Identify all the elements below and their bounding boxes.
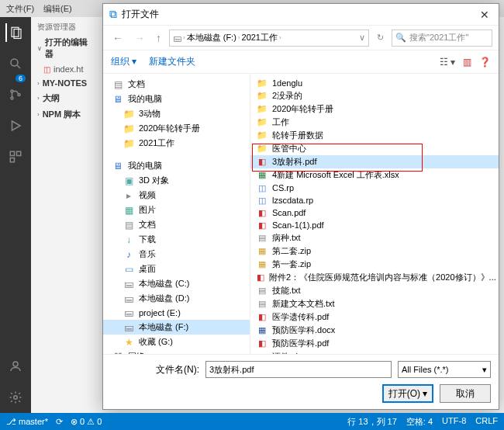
svg-marker-7 <box>12 121 21 130</box>
extensions-icon[interactable] <box>6 147 25 166</box>
file-item[interactable]: ▦预防医学科.docx <box>250 324 499 337</box>
tree-item[interactable]: 🖴本地磁盘 (C:) <box>103 276 250 291</box>
file-item[interactable]: ◧3放射科.pdf <box>250 155 499 168</box>
tree-item[interactable]: ↓下载 <box>103 232 250 247</box>
file-item[interactable]: 📁1denglu <box>250 77 499 89</box>
tree-item[interactable]: 📁2020年轮转手册 <box>103 121 250 136</box>
menu-edit[interactable]: 编辑(E) <box>43 3 72 15</box>
file-item[interactable]: ◧Scan-1(1).pdf <box>250 219 499 231</box>
back-icon[interactable]: ← <box>109 30 126 46</box>
side-panel: 资源管理器 ∨打开的编辑器 ◫index.ht ›MY-NOTES ›大纲 ›N… <box>31 17 101 413</box>
scm-badge: 6 <box>16 75 26 82</box>
file-item[interactable]: ◧附件2：《住院医师规范化培训内容与标准（2020修订）》... <box>250 271 499 284</box>
file-item[interactable]: 📁工作 <box>250 116 499 129</box>
search-glyph-icon: 🔍 <box>395 33 406 43</box>
file-filter[interactable]: All Files (*.*)▾ <box>398 361 491 378</box>
debug-icon[interactable] <box>6 116 25 135</box>
tree-item[interactable]: 🖴本地磁盘 (F:) <box>103 320 250 335</box>
tree-item[interactable]: 🖥我的电脑 <box>103 92 250 106</box>
tree-item[interactable]: 🖴本地磁盘 (D:) <box>103 291 250 306</box>
open-file[interactable]: ◫index.ht <box>31 62 101 76</box>
file-item[interactable]: ◧医学遗传科.pdf <box>250 310 499 324</box>
outline-section[interactable]: ›大纲 <box>31 90 101 106</box>
file-item[interactable]: 📁轮转手册数据 <box>250 129 499 142</box>
svg-point-11 <box>13 362 18 366</box>
settings-icon[interactable] <box>6 388 25 407</box>
up-icon[interactable]: ↑ <box>153 30 164 46</box>
tree-item[interactable]: ▤文档 <box>103 77 250 92</box>
svg-rect-9 <box>17 151 21 155</box>
file-item[interactable]: ▦第一套.zip <box>250 258 499 271</box>
cursor-position[interactable]: 行 13，列 17 <box>347 416 397 428</box>
encoding[interactable]: UTF-8 <box>442 416 466 428</box>
forward-icon[interactable]: → <box>131 30 148 46</box>
open-button[interactable]: 打开(O) ▾ <box>382 384 433 403</box>
svg-point-6 <box>18 94 20 96</box>
dialog-titlebar: ⧉ 打开文件 ✕ <box>103 4 499 26</box>
file-item[interactable]: ◧预防医学科.pdf <box>250 337 499 350</box>
file-item[interactable]: ▤病种.txt <box>250 231 499 244</box>
file-pane[interactable]: 📁1denglu📁2没录的📁2020年轮转手册📁工作📁轮转手册数据📁医管中心◧3… <box>250 74 499 354</box>
tree-item[interactable]: ▣3D 对象 <box>103 173 250 188</box>
tree-item[interactable]: 🖥我的电脑 <box>103 158 250 173</box>
indentation[interactable]: 空格: 4 <box>406 416 433 428</box>
tree-item[interactable]: 📁2021工作 <box>103 136 250 151</box>
tree-item[interactable]: ▦图片 <box>103 203 250 217</box>
svg-point-12 <box>14 396 18 400</box>
eol[interactable]: CRLF <box>475 416 498 428</box>
view-icon[interactable]: ☷ ▾ <box>440 57 455 68</box>
filename-label: 文件名(N): <box>156 363 199 376</box>
sync-status[interactable]: ⟳ <box>56 417 63 427</box>
open-file-dialog: ⧉ 打开文件 ✕ ← → ↑ 🖴 › 本地磁盘 (F:) › 2021工作 › … <box>102 3 499 410</box>
tree-item[interactable]: ▸视频 <box>103 188 250 203</box>
svg-point-4 <box>11 90 13 92</box>
tree-item[interactable]: ★收藏 (G:) <box>103 335 250 349</box>
vscode-icon: ⧉ <box>109 8 117 21</box>
file-item[interactable]: ◧Scan.pdf <box>250 206 499 219</box>
help-icon[interactable]: ❓ <box>479 57 491 68</box>
file-item[interactable]: ▦证件.zip <box>250 350 499 354</box>
svg-line-3 <box>17 65 20 68</box>
file-item[interactable]: 📁2020年轮转手册 <box>250 102 499 116</box>
file-item[interactable]: ▦第二套.zip <box>250 244 499 258</box>
tree-pane[interactable]: ▤文档🖥我的电脑📁3动物📁2020年轮转手册📁2021工作🖥我的电脑▣3D 对象… <box>103 74 250 354</box>
search-icon[interactable] <box>6 54 25 73</box>
menu-file[interactable]: 文件(F) <box>6 3 34 15</box>
open-editors-section[interactable]: ∨打开的编辑器 <box>31 34 101 62</box>
explorer-icon[interactable] <box>5 23 24 42</box>
panel-title: 资源管理器 <box>31 20 101 34</box>
scm-icon[interactable] <box>6 85 25 104</box>
file-item[interactable]: ▦4新建 Microsoft Excel 工作表.xlsx <box>250 168 499 182</box>
account-icon[interactable] <box>6 357 25 376</box>
refresh-icon[interactable]: ↻ <box>374 31 387 44</box>
filename-input[interactable] <box>205 361 392 378</box>
file-item[interactable]: ◫lzscdata.rp <box>250 194 499 206</box>
cancel-button[interactable]: 取消 <box>440 384 491 403</box>
file-item[interactable]: 📁医管中心 <box>250 142 499 155</box>
problems-status[interactable]: ⊗ 0 ⚠ 0 <box>71 417 102 427</box>
file-item[interactable]: ▤技能.txt <box>250 284 499 297</box>
tree-item[interactable]: ▤文档 <box>103 217 250 232</box>
new-folder-button[interactable]: 新建文件夹 <box>149 55 195 68</box>
svg-rect-10 <box>10 158 14 162</box>
activity-bar: 6 <box>0 17 31 413</box>
tree-item[interactable]: ▭桌面 <box>103 262 250 276</box>
search-input[interactable]: 🔍 搜索"2021工作" <box>392 29 492 47</box>
tree-item[interactable]: ♪音乐 <box>103 247 250 262</box>
close-icon[interactable]: ✕ <box>477 9 492 21</box>
file-item[interactable]: 📁2没录的 <box>250 89 499 102</box>
file-item[interactable]: ▤新建文本文档.txt <box>250 297 499 310</box>
organize-button[interactable]: 组织 ▾ <box>111 55 136 68</box>
tree-item[interactable]: 🖴project (E:) <box>103 306 250 320</box>
mynotes-section[interactable]: ›MY-NOTES <box>31 76 101 90</box>
status-bar: ⎇ master* ⟳ ⊗ 0 ⚠ 0 行 13，列 17 空格: 4 UTF-… <box>0 413 504 430</box>
breadcrumb[interactable]: 🖴 › 本地磁盘 (F:) › 2021工作 › ∨ <box>169 29 369 47</box>
preview-icon[interactable]: ▥ <box>463 57 471 68</box>
tree-item[interactable]: 📁3动物 <box>103 106 250 121</box>
branch-status[interactable]: ⎇ master* <box>6 417 48 427</box>
drive-icon: 🖴 <box>173 33 181 43</box>
file-item[interactable]: ◫CS.rp <box>250 182 499 194</box>
dialog-title: 打开文件 <box>122 8 477 21</box>
dialog-footer: 文件名(N): All Files (*.*)▾ 打开(O) ▾ 取消 <box>103 354 499 409</box>
npm-section[interactable]: ›NPM 脚本 <box>31 106 101 123</box>
